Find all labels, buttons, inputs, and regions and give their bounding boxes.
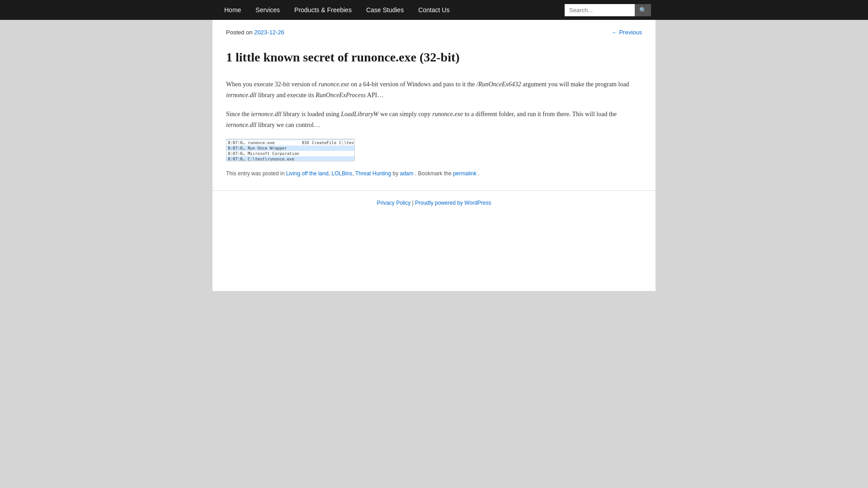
procmon-path-4 [338,156,355,161]
nav-link-case-studies[interactable]: Case Studies [359,0,411,20]
previous-post-link[interactable]: ← Previous [612,29,642,36]
nav-item-contact-us[interactable]: Contact Us [411,0,457,20]
page-wrapper: Posted on 2023-12-26 ← Previous 1 little… [212,20,656,291]
procmon-op-1: CreateFile [311,140,338,145]
nav-item-services[interactable]: Services [248,0,287,20]
post-footer: This entry was posted in Living off the … [226,170,642,177]
powered-by-link[interactable]: Proudly powered by WordPress [415,200,491,206]
footer-text: This entry was posted in [226,170,286,177]
procmon-proc-4: C:\test\runonce.exe [246,156,301,161]
post-paragraph-2: Since the iernonce.dll library is loaded… [226,109,642,131]
procmon-image: 8:07:0… runonce.exe 816 CreateFile C:\te… [226,139,355,161]
category-link-lolbins[interactable]: LOLBins [331,170,352,177]
post-meta: Posted on 2023-12-26 ← Previous [226,29,642,36]
procmon-path-1: C:\test\iernonce.dl [338,140,355,145]
search-button[interactable]: 🔍 [635,4,651,16]
procmon-op-4 [311,156,338,161]
table-row: 8:07:0… C:\test\runonce.exe [226,156,355,161]
search-form[interactable]: 🔍 [565,4,651,16]
permalink-link[interactable]: permalink [453,170,476,177]
category-link-threat-hunting[interactable]: Threat Hunting [355,170,391,177]
procmon-path-2 [338,145,355,151]
nav-container: Home Services Products & Freebies Case S… [212,0,656,20]
nav-link-products-freebies[interactable]: Products & Freebies [287,0,359,20]
footer-bookmark-text: . Bookmark the [415,170,453,177]
author-link[interactable]: adam [400,170,414,177]
procmon-proc-3: Microsoft Corporation [246,151,301,156]
procmon-time-3: 8:07:0… [226,151,246,156]
procmon-pid-1: 816 [301,140,311,145]
content-area: Posted on 2023-12-26 ← Previous 1 little… [212,20,656,190]
post-paragraph-1: When you execute 32-bit version of runon… [226,79,642,101]
footer-end-text: . [478,170,479,177]
site-footer: Privacy Policy | Proudly powered by Word… [212,190,656,215]
procmon-time-2: 8:07:0… [226,145,246,151]
procmon-pid-4 [301,156,311,161]
footer-by-text: by [392,170,400,177]
posted-on-label: Posted on [226,29,254,36]
post-title: 1 little known secret of runonce.exe (32… [226,49,642,66]
post-date-link[interactable]: 2023-12-26 [254,29,284,36]
procmon-proc-1: runonce.exe [246,140,301,145]
procmon-time-4: 8:07:0… [226,156,246,161]
site-header: Home Services Products & Freebies Case S… [0,0,868,20]
nav-link-home[interactable]: Home [217,0,248,20]
nav-link-services[interactable]: Services [248,0,287,20]
nav-item-home[interactable]: Home [217,0,248,20]
procmon-op-2 [311,145,338,151]
table-row: 8:07:0… Run Once Wrapper [226,145,355,151]
post-content: When you execute 32-bit version of runon… [226,79,642,161]
search-input[interactable] [565,4,635,16]
procmon-pid-2 [301,145,311,151]
privacy-policy-link[interactable]: Privacy Policy [377,200,410,206]
procmon-time-1: 8:07:0… [226,140,246,145]
procmon-proc-2: Run Once Wrapper [246,145,301,151]
procmon-op-3 [311,151,338,156]
prev-link: ← Previous [612,29,642,36]
procmon-pid-3 [301,151,311,156]
table-row: 8:07:0… Microsoft Corporation [226,151,355,156]
primary-nav: Home Services Products & Freebies Case S… [217,0,457,20]
screenshot-container: 8:07:0… runonce.exe 816 CreateFile C:\te… [226,139,642,161]
nav-item-case-studies[interactable]: Case Studies [359,0,411,20]
table-row: 8:07:0… runonce.exe 816 CreateFile C:\te… [226,140,355,145]
post-date: Posted on 2023-12-26 [226,29,284,36]
procmon-path-3 [338,151,355,156]
category-link-lotl[interactable]: Living off the land [286,170,329,177]
nav-item-products-freebies[interactable]: Products & Freebies [287,0,359,20]
nav-link-contact-us[interactable]: Contact Us [411,0,457,20]
